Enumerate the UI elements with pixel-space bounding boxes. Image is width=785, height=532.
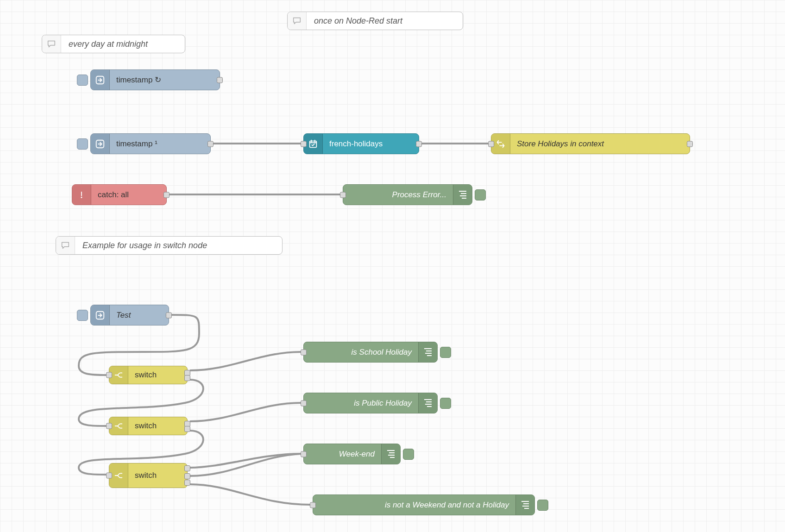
calendar-icon	[304, 134, 323, 154]
comment-once-start[interactable]: once on Node-Red start	[287, 12, 463, 30]
arrow-right-icon	[91, 70, 110, 90]
node-label: timestamp ¹	[110, 134, 210, 154]
inject-button[interactable]	[77, 75, 88, 86]
debug-not-weekend-not-holiday[interactable]: is not a Weekend and not a Holiday	[313, 494, 535, 515]
debug-icon	[418, 342, 437, 362]
switch-3[interactable]: switch	[109, 463, 188, 488]
comment-label: Example for usage in switch node	[75, 241, 214, 250]
output-port-1[interactable]	[184, 465, 190, 471]
switch-icon	[109, 463, 128, 488]
switch-icon	[109, 417, 128, 435]
inject-button[interactable]	[77, 138, 88, 150]
change-store-holidays[interactable]: Store Holidays in context	[491, 133, 690, 154]
node-label: Week-end	[304, 444, 381, 464]
node-label: Test	[110, 305, 169, 325]
node-label: is School Holiday	[304, 342, 418, 362]
inject-button[interactable]	[77, 310, 88, 321]
node-label: is not a Weekend and not a Holiday	[313, 495, 515, 515]
debug-public-holiday[interactable]: is Public Holiday	[303, 393, 438, 413]
output-port-3[interactable]	[184, 480, 190, 486]
node-label: is Public Holiday	[304, 393, 418, 413]
output-port-2[interactable]	[184, 375, 190, 381]
comment-label: once on Node-Red start	[307, 16, 410, 26]
debug-toggle-button[interactable]	[475, 189, 486, 200]
output-port[interactable]	[217, 77, 223, 83]
french-holidays-node[interactable]: french-holidays	[303, 133, 419, 154]
svg-point-9	[81, 197, 82, 198]
node-label: Store Holidays in context	[510, 134, 690, 154]
input-port[interactable]	[301, 349, 307, 355]
inject-timestamp-daily[interactable]: timestamp ↻	[90, 69, 220, 90]
alert-icon	[72, 185, 91, 205]
input-port[interactable]	[310, 502, 316, 508]
debug-toggle-button[interactable]	[440, 398, 451, 409]
catch-all-node[interactable]: catch: all	[72, 184, 167, 205]
comment-icon	[288, 12, 307, 30]
switch-1[interactable]: switch	[109, 366, 188, 384]
svg-rect-4	[310, 141, 317, 147]
input-port[interactable]	[106, 473, 112, 479]
node-label: switch	[128, 463, 187, 488]
debug-icon	[453, 185, 472, 205]
debug-process-error[interactable]: Process Error...	[343, 184, 472, 205]
debug-toggle-button[interactable]	[403, 449, 414, 460]
output-port-2[interactable]	[184, 473, 190, 479]
debug-icon	[515, 495, 534, 515]
arrow-right-icon	[91, 305, 110, 325]
comment-icon	[42, 35, 61, 53]
switch-2[interactable]: switch	[109, 417, 188, 435]
node-label: catch: all	[91, 185, 166, 205]
inject-timestamp-once[interactable]: timestamp ¹	[90, 133, 211, 154]
arrow-right-icon	[91, 134, 110, 154]
output-port[interactable]	[416, 141, 422, 147]
node-label: switch	[128, 366, 187, 384]
input-port[interactable]	[106, 423, 112, 429]
comment-switch-example[interactable]: Example for usage in switch node	[56, 236, 283, 255]
debug-icon	[418, 393, 437, 413]
debug-toggle-button[interactable]	[537, 500, 548, 511]
node-label: Process Error...	[343, 185, 453, 205]
output-port-2[interactable]	[184, 426, 190, 432]
output-port[interactable]	[207, 141, 214, 147]
debug-icon	[381, 444, 400, 464]
comment-daily-midnight[interactable]: every day at midnight	[42, 35, 185, 53]
comment-label: every day at midnight	[61, 39, 155, 49]
inject-test[interactable]: Test	[90, 305, 169, 325]
input-port[interactable]	[301, 400, 307, 406]
input-port[interactable]	[301, 141, 307, 147]
debug-weekend[interactable]: Week-end	[303, 444, 401, 464]
debug-school-holiday[interactable]: is School Holiday	[303, 342, 438, 363]
input-port[interactable]	[488, 141, 494, 147]
comment-icon	[56, 237, 75, 254]
output-port[interactable]	[163, 192, 170, 198]
swap-icon	[491, 134, 510, 154]
switch-icon	[109, 366, 128, 384]
output-port[interactable]	[166, 312, 172, 318]
debug-toggle-button[interactable]	[440, 347, 451, 358]
output-port[interactable]	[687, 141, 693, 147]
node-label: timestamp ↻	[110, 70, 220, 90]
input-port[interactable]	[340, 192, 346, 198]
node-label: switch	[128, 417, 187, 435]
node-label: french-holidays	[323, 134, 419, 154]
input-port[interactable]	[106, 372, 112, 378]
input-port[interactable]	[301, 451, 307, 457]
